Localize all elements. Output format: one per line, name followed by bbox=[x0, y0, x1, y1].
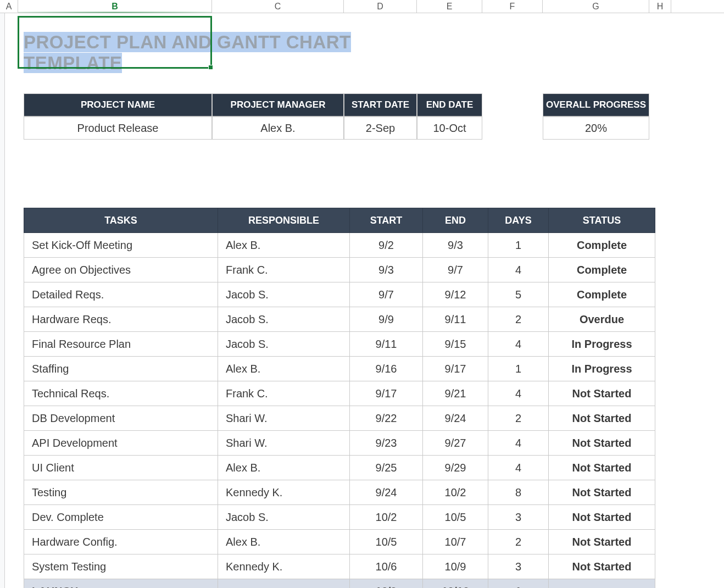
cell-start[interactable]: 9/24 bbox=[350, 480, 423, 505]
cell-task[interactable]: Dev. Complete bbox=[24, 505, 218, 530]
table-row[interactable]: API DevelopmentShari W.9/239/274Not Star… bbox=[24, 431, 655, 456]
cell-task[interactable]: Agree on Objectives bbox=[24, 258, 218, 282]
cell-responsible[interactable]: Kennedy K. bbox=[218, 554, 350, 579]
cell-task[interactable]: Technical Reqs. bbox=[24, 381, 218, 406]
cell-task[interactable]: LAUNCH bbox=[24, 579, 218, 589]
column-header-f[interactable]: F bbox=[482, 0, 543, 13]
cell-status[interactable]: Overdue bbox=[549, 307, 655, 332]
cell-end[interactable]: 9/12 bbox=[423, 282, 488, 307]
cell-status[interactable]: Complete bbox=[549, 258, 655, 282]
cell-end[interactable]: 9/7 bbox=[423, 258, 488, 282]
cell-end[interactable]: 10/2 bbox=[423, 480, 488, 505]
cell-days[interactable]: 2 bbox=[488, 406, 549, 431]
cell-status[interactable]: Not Started bbox=[549, 480, 655, 505]
cell-end[interactable]: 9/29 bbox=[423, 456, 488, 480]
cell-responsible[interactable]: Frank C. bbox=[218, 381, 350, 406]
cell-start[interactable]: 9/11 bbox=[350, 332, 423, 357]
value-overall-progress[interactable]: 20% bbox=[543, 117, 649, 140]
cell-responsible[interactable]: Frank C. bbox=[218, 258, 350, 282]
column-header-e[interactable]: E bbox=[417, 0, 482, 13]
value-project-manager[interactable]: Alex B. bbox=[212, 117, 344, 140]
cell-responsible[interactable]: Alex B. bbox=[218, 456, 350, 480]
cell-responsible[interactable]: Alex B. bbox=[218, 530, 350, 554]
table-row[interactable]: UI ClientAlex B.9/259/294Not Started bbox=[24, 456, 655, 480]
table-row[interactable]: Dev. CompleteJacob S.10/210/53Not Starte… bbox=[24, 505, 655, 530]
cell-task[interactable]: UI Client bbox=[24, 456, 218, 480]
table-row[interactable]: Detailed Reqs.Jacob S.9/79/125Complete bbox=[24, 282, 655, 307]
cell-end[interactable]: 10/9 bbox=[423, 554, 488, 579]
cell-start[interactable]: 9/17 bbox=[350, 381, 423, 406]
cell-task[interactable]: System Testing bbox=[24, 554, 218, 579]
cell-status[interactable]: Complete bbox=[549, 282, 655, 307]
cell-task[interactable]: Staffing bbox=[24, 357, 218, 381]
cell-end[interactable]: 9/3 bbox=[423, 233, 488, 258]
cell-start[interactable]: 10/2 bbox=[350, 505, 423, 530]
cell-end[interactable]: 9/24 bbox=[423, 406, 488, 431]
table-row[interactable]: TestingKennedy K.9/2410/28Not Started bbox=[24, 480, 655, 505]
cell-status[interactable]: In Progress bbox=[549, 357, 655, 381]
column-header-g[interactable]: G bbox=[543, 0, 649, 13]
cell-start[interactable]: 9/25 bbox=[350, 456, 423, 480]
cell-task[interactable]: API Development bbox=[24, 431, 218, 456]
table-row[interactable]: DB DevelopmentShari W.9/229/242Not Start… bbox=[24, 406, 655, 431]
cell-days[interactable]: 1 bbox=[488, 233, 549, 258]
cell-end[interactable]: 9/21 bbox=[423, 381, 488, 406]
cell-end[interactable]: 9/15 bbox=[423, 332, 488, 357]
value-project-name[interactable]: Product Release bbox=[24, 117, 212, 140]
cell-days[interactable]: 2 bbox=[488, 530, 549, 554]
table-row[interactable]: System TestingKennedy K.10/610/93Not Sta… bbox=[24, 554, 655, 579]
cell-status[interactable]: Complete bbox=[549, 233, 655, 258]
column-header-h[interactable]: H bbox=[649, 0, 671, 13]
table-row[interactable]: LAUNCH10/910/101 bbox=[24, 579, 655, 589]
cell-end[interactable]: 9/27 bbox=[423, 431, 488, 456]
cell-responsible[interactable]: Jacob S. bbox=[218, 332, 350, 357]
cell-status[interactable]: Not Started bbox=[549, 530, 655, 554]
cell-days[interactable]: 5 bbox=[488, 282, 549, 307]
cell-days[interactable]: 3 bbox=[488, 554, 549, 579]
cell-status[interactable]: Not Started bbox=[549, 431, 655, 456]
cell-start[interactable]: 9/7 bbox=[350, 282, 423, 307]
cell-start[interactable]: 10/5 bbox=[350, 530, 423, 554]
cell-start[interactable]: 9/16 bbox=[350, 357, 423, 381]
cell-responsible[interactable]: Alex B. bbox=[218, 357, 350, 381]
cell-status[interactable] bbox=[549, 579, 655, 589]
title-cell[interactable]: PROJECT PLAN AND GANTT CHART TEMPLATE bbox=[18, 25, 432, 79]
table-row[interactable]: Set Kick-Off MeetingAlex B.9/29/31Comple… bbox=[24, 233, 655, 258]
cell-end[interactable]: 9/17 bbox=[423, 357, 488, 381]
cell-task[interactable]: Hardware Config. bbox=[24, 530, 218, 554]
table-row[interactable]: Agree on ObjectivesFrank C.9/39/74Comple… bbox=[24, 258, 655, 282]
cell-start[interactable]: 9/23 bbox=[350, 431, 423, 456]
cell-end[interactable]: 10/7 bbox=[423, 530, 488, 554]
cell-days[interactable]: 4 bbox=[488, 456, 549, 480]
cell-days[interactable]: 8 bbox=[488, 480, 549, 505]
cell-days[interactable]: 4 bbox=[488, 381, 549, 406]
cell-status[interactable]: Not Started bbox=[549, 381, 655, 406]
cell-end[interactable]: 10/10 bbox=[423, 579, 488, 589]
table-row[interactable]: Hardware Reqs.Jacob S.9/99/112Overdue bbox=[24, 307, 655, 332]
cell-responsible[interactable]: Kennedy K. bbox=[218, 480, 350, 505]
cell-task[interactable]: Set Kick-Off Meeting bbox=[24, 233, 218, 258]
cell-task[interactable]: DB Development bbox=[24, 406, 218, 431]
cell-responsible[interactable]: Alex B. bbox=[218, 233, 350, 258]
table-row[interactable]: Final Resource PlanJacob S.9/119/154In P… bbox=[24, 332, 655, 357]
cell-status[interactable]: Not Started bbox=[549, 456, 655, 480]
cell-days[interactable]: 2 bbox=[488, 307, 549, 332]
cell-days[interactable]: 4 bbox=[488, 332, 549, 357]
cell-task[interactable]: Testing bbox=[24, 480, 218, 505]
cell-responsible[interactable]: Shari W. bbox=[218, 406, 350, 431]
cell-status[interactable]: Not Started bbox=[549, 406, 655, 431]
column-header-c[interactable]: C bbox=[212, 0, 344, 13]
cell-task[interactable]: Hardware Reqs. bbox=[24, 307, 218, 332]
table-row[interactable]: StaffingAlex B.9/169/171In Progress bbox=[24, 357, 655, 381]
cell-status[interactable]: Not Started bbox=[549, 505, 655, 530]
cell-start[interactable]: 9/22 bbox=[350, 406, 423, 431]
table-row[interactable]: Technical Reqs.Frank C.9/179/214Not Star… bbox=[24, 381, 655, 406]
cell-start[interactable]: 9/2 bbox=[350, 233, 423, 258]
cell-end[interactable]: 10/5 bbox=[423, 505, 488, 530]
cell-responsible[interactable] bbox=[218, 579, 350, 589]
column-header-d[interactable]: D bbox=[344, 0, 417, 13]
cell-responsible[interactable]: Jacob S. bbox=[218, 307, 350, 332]
cell-start[interactable]: 10/9 bbox=[350, 579, 423, 589]
cell-task[interactable]: Detailed Reqs. bbox=[24, 282, 218, 307]
cell-days[interactable]: 1 bbox=[488, 579, 549, 589]
